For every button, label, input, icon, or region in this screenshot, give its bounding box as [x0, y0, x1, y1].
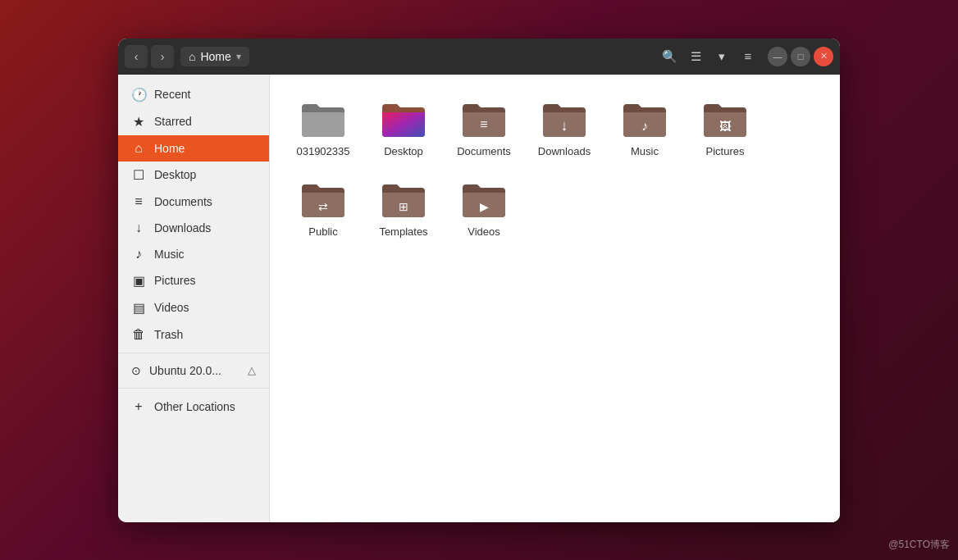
documents-icon: ≡: [131, 194, 146, 209]
pictures-icon: ▣: [131, 273, 146, 289]
sidebar-item-label: Downloads: [154, 221, 211, 234]
svg-text:▶: ▶: [480, 200, 489, 213]
sidebar-item-label: Home: [154, 142, 185, 155]
view-list-button[interactable]: ☰: [684, 45, 707, 68]
folder-label-public: Public: [308, 225, 337, 239]
sidebar-item-label: Pictures: [154, 274, 196, 287]
svg-text:🖼: 🖼: [719, 120, 731, 133]
other-locations-icon: +: [131, 399, 146, 414]
sidebar-divider: [118, 353, 269, 353]
sidebar-item-home[interactable]: ⌂ Home: [118, 135, 269, 162]
watermark: @51CTO博客: [888, 538, 950, 552]
sidebar-item-label: Music: [154, 248, 185, 261]
sidebar-item-label: Ubuntu 20.0...: [149, 364, 221, 377]
svg-text:♪: ♪: [641, 119, 648, 133]
folder-label-videos: Videos: [468, 225, 500, 239]
folder-downloads[interactable]: ↓ Downloads: [527, 91, 601, 166]
sidebar-item-label: Other Locations: [154, 400, 235, 413]
sidebar-item-label: Starred: [154, 115, 192, 128]
folder-templates[interactable]: ⊞ Templates: [367, 171, 440, 246]
folder-pictures[interactable]: 🖼 Pictures: [688, 91, 762, 166]
folder-label-templates: Templates: [379, 225, 427, 239]
menu-button[interactable]: ≡: [737, 45, 760, 68]
home-breadcrumb-icon: ⌂: [189, 50, 195, 63]
window-controls: — □ ✕: [768, 47, 833, 66]
titlebar-actions: 🔍 ☰ ▾ ≡: [658, 45, 760, 68]
downloads-icon: ↓: [131, 221, 146, 235]
folder-label-music: Music: [631, 145, 659, 159]
search-button[interactable]: 🔍: [658, 45, 681, 68]
sidebar-item-trash[interactable]: 🗑 Trash: [118, 321, 269, 348]
titlebar: ‹ › ⌂ Home ▾ 🔍 ☰ ▾ ≡ — □ ✕: [118, 39, 840, 75]
home-icon: ⌂: [131, 141, 146, 156]
view-toggle-button[interactable]: ▾: [710, 45, 733, 68]
folder-label-pictures: Pictures: [706, 145, 745, 159]
sidebar-item-desktop[interactable]: ☐ Desktop: [118, 162, 269, 189]
maximize-button[interactable]: □: [791, 47, 810, 66]
back-button[interactable]: ‹: [125, 45, 148, 68]
forward-button[interactable]: ›: [151, 45, 174, 68]
sidebar-item-pictures[interactable]: ▣ Pictures: [118, 267, 269, 294]
music-icon: ♪: [131, 247, 146, 262]
recent-icon: 🕐: [131, 87, 146, 102]
breadcrumb-arrow: ▾: [236, 51, 241, 62]
folder-videos[interactable]: ▶ Videos: [447, 171, 521, 246]
sidebar-item-starred[interactable]: ★ Starred: [118, 108, 269, 135]
sidebar-item-label: Desktop: [154, 168, 196, 181]
eject-button[interactable]: △: [248, 364, 256, 376]
close-button[interactable]: ✕: [814, 47, 833, 66]
trash-icon: 🗑: [131, 327, 146, 342]
sidebar-item-label: Trash: [154, 328, 183, 341]
folder-icon-videos: ▶: [459, 178, 509, 221]
content-area: 🕐 Recent ★ Starred ⌂ Home ☐ Desktop ≡ Do…: [118, 75, 840, 522]
sidebar-item-downloads[interactable]: ↓ Downloads: [118, 215, 269, 241]
sidebar-item-music[interactable]: ♪ Music: [118, 241, 269, 267]
sidebar-item-documents[interactable]: ≡ Documents: [118, 189, 269, 215]
sidebar-divider2: [118, 388, 269, 389]
desktop-icon: ☐: [131, 167, 146, 183]
folder-icon-desktop: [379, 98, 428, 140]
file-manager-window: ‹ › ⌂ Home ▾ 🔍 ☰ ▾ ≡ — □ ✕ 🕐 Recent: [118, 39, 840, 522]
folder-label-desktop: Desktop: [384, 145, 423, 159]
sidebar-item-recent[interactable]: 🕐 Recent: [118, 81, 269, 108]
sidebar-item-label: Videos: [154, 301, 189, 314]
sidebar-item-label: Recent: [154, 88, 190, 101]
folder-icon-031902335: [299, 98, 348, 140]
sidebar-item-videos[interactable]: ▤ Videos: [118, 294, 269, 321]
breadcrumb[interactable]: ⌂ Home ▾: [180, 47, 249, 66]
folder-icon-downloads: ↓: [540, 98, 589, 140]
svg-text:⇄: ⇄: [318, 200, 328, 213]
svg-text:⊞: ⊞: [399, 200, 408, 213]
folder-label-downloads: Downloads: [538, 145, 591, 159]
minimize-button[interactable]: —: [768, 47, 787, 66]
videos-icon: ▤: [131, 300, 146, 316]
drive-icon: ⊙: [131, 364, 141, 377]
folder-icon-music: ♪: [620, 98, 669, 140]
folder-icon-pictures: 🖼: [700, 98, 750, 140]
folder-icon-public: ⇄: [299, 178, 348, 221]
folder-icon-documents: ≡: [459, 98, 509, 140]
svg-text:≡: ≡: [480, 117, 487, 131]
folder-desktop[interactable]: Desktop: [367, 91, 440, 166]
sidebar-item-other-locations[interactable]: + Other Locations: [118, 394, 269, 420]
breadcrumb-label: Home: [200, 50, 230, 63]
sidebar: 🕐 Recent ★ Starred ⌂ Home ☐ Desktop ≡ Do…: [118, 75, 270, 522]
folder-documents[interactable]: ≡ Documents: [447, 91, 521, 166]
folder-label-documents: Documents: [457, 145, 511, 159]
folder-public[interactable]: ⇄ Public: [286, 171, 360, 246]
folder-label-031902335: 031902335: [296, 145, 349, 159]
main-area: 031902335: [270, 75, 840, 522]
folder-icon-templates: ⊞: [379, 178, 428, 221]
folder-music[interactable]: ♪ Music: [608, 91, 682, 166]
sidebar-item-ubuntu[interactable]: ⊙ Ubuntu 20.0... △: [118, 358, 269, 383]
svg-text:↓: ↓: [561, 117, 568, 134]
starred-icon: ★: [131, 114, 146, 130]
folder-031902335[interactable]: 031902335: [286, 91, 360, 166]
sidebar-item-label: Documents: [154, 195, 212, 208]
